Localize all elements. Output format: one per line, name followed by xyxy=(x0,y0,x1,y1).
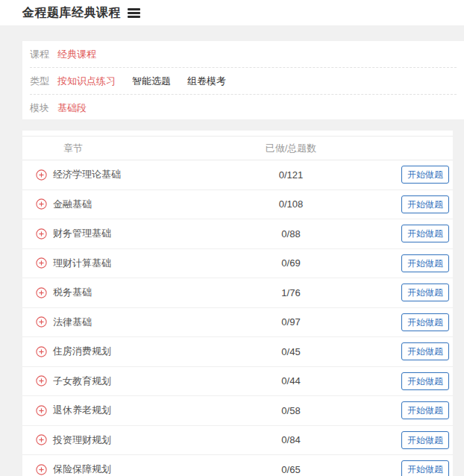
start-button[interactable]: 开始做题 xyxy=(401,372,449,390)
table-row: 金融基础 0/108 开始做题 xyxy=(22,190,453,220)
chapter-name: 理财计算基础 xyxy=(53,257,111,270)
progress-count: 0/69 xyxy=(239,257,343,269)
progress-count: 0/97 xyxy=(239,316,343,328)
filter-option[interactable]: 智能选题 xyxy=(132,75,171,88)
filter-label: 模块 xyxy=(30,101,49,115)
expand-plus-icon[interactable] xyxy=(36,434,47,445)
filter-option[interactable]: 组卷模考 xyxy=(187,75,226,88)
column-header-progress: 已做/总题数 xyxy=(239,142,343,155)
table-row: 投资理财规划 0/84 开始做题 xyxy=(22,426,453,456)
table-row: 保险保障规划 0/65 开始做题 xyxy=(22,455,453,476)
start-button[interactable]: 开始做题 xyxy=(401,313,449,331)
filter-option[interactable]: 基础段 xyxy=(57,101,87,115)
filter-panel: 课程经典课程类型按知识点练习智能选题组卷模考模块基础段 xyxy=(22,41,464,119)
start-button[interactable]: 开始做题 xyxy=(401,166,449,184)
progress-count: 0/108 xyxy=(239,198,343,210)
chapter-name: 投资理财规划 xyxy=(53,433,111,447)
table-row: 财务管理基础 0/88 开始做题 xyxy=(22,219,453,249)
page-title: 金程题库经典课程 xyxy=(22,5,121,21)
expand-plus-icon[interactable] xyxy=(36,228,47,239)
filter-row: 类型按知识点练习智能选题组卷模考 xyxy=(30,67,457,94)
column-header-chapter: 章节 xyxy=(22,142,239,155)
chapter-name: 税务基础 xyxy=(53,286,92,299)
start-button[interactable]: 开始做题 xyxy=(401,254,449,272)
start-button[interactable]: 开始做题 xyxy=(401,195,449,213)
chapter-name: 退休养老规划 xyxy=(53,404,111,417)
start-button[interactable]: 开始做题 xyxy=(401,431,449,449)
chapter-name: 财务管理基础 xyxy=(53,227,111,240)
filter-row: 课程经典课程 xyxy=(30,41,457,67)
table-row: 住房消费规划 0/45 开始做题 xyxy=(22,337,453,367)
expand-plus-icon[interactable] xyxy=(36,464,47,475)
expand-plus-icon[interactable] xyxy=(36,405,47,416)
progress-count: 0/65 xyxy=(239,464,343,475)
table-body: 经济学理论基础 0/121 开始做题 金融基础 0/108 开始做题 xyxy=(22,160,453,476)
start-button[interactable]: 开始做题 xyxy=(401,284,449,301)
topbar: 金程题库经典课程 xyxy=(0,0,464,25)
expand-plus-icon[interactable] xyxy=(36,287,47,298)
expand-plus-icon[interactable] xyxy=(36,316,47,328)
chapter-name: 子女教育规划 xyxy=(53,375,111,388)
table-row: 理财计算基础 0/69 开始做题 xyxy=(22,249,453,279)
chapter-name: 金融基础 xyxy=(53,198,92,211)
progress-count: 1/76 xyxy=(239,287,343,298)
chapter-name: 住房消费规划 xyxy=(53,345,111,358)
start-button[interactable]: 开始做题 xyxy=(401,401,449,419)
page: 金程题库经典课程 课程经典课程类型按知识点练习智能选题组卷模考模块基础段 章节 … xyxy=(0,0,464,476)
progress-count: 0/88 xyxy=(239,228,343,239)
table-row: 法律基础 0/97 开始做题 xyxy=(22,308,453,338)
progress-count: 0/45 xyxy=(239,346,343,357)
expand-plus-icon[interactable] xyxy=(36,257,47,269)
progress-count: 0/44 xyxy=(239,375,343,386)
start-button[interactable]: 开始做题 xyxy=(401,460,449,476)
table-row: 退休养老规划 0/58 开始做题 xyxy=(22,396,453,426)
expand-plus-icon[interactable] xyxy=(36,375,47,386)
table-row: 子女教育规划 0/44 开始做题 xyxy=(22,367,453,397)
filter-label: 课程 xyxy=(30,48,49,61)
chapter-table: 章节 已做/总题数 经济学理论基础 0/121 开始做题 金融基础 xyxy=(22,131,453,476)
filter-option[interactable]: 经典课程 xyxy=(57,48,96,61)
start-button[interactable]: 开始做题 xyxy=(401,225,449,242)
filter-row: 模块基础段 xyxy=(30,94,457,121)
progress-count: 0/58 xyxy=(239,405,343,416)
table-row: 税务基础 1/76 开始做题 xyxy=(22,278,453,308)
expand-plus-icon[interactable] xyxy=(36,169,47,181)
table-row: 经济学理论基础 0/121 开始做题 xyxy=(22,160,453,190)
chapter-name: 保险保障规划 xyxy=(53,463,111,476)
chapter-name: 经济学理论基础 xyxy=(53,168,121,181)
chapter-name: 法律基础 xyxy=(53,316,92,329)
filter-label: 类型 xyxy=(30,75,49,88)
expand-plus-icon[interactable] xyxy=(36,198,47,210)
filter-option[interactable]: 按知识点练习 xyxy=(57,75,116,88)
hamburger-menu-icon[interactable] xyxy=(128,8,140,18)
start-button[interactable]: 开始做题 xyxy=(401,342,449,360)
expand-plus-icon[interactable] xyxy=(36,346,47,357)
progress-count: 0/121 xyxy=(239,169,343,181)
table-header: 章节 已做/总题数 xyxy=(22,136,453,160)
progress-count: 0/84 xyxy=(239,434,343,445)
